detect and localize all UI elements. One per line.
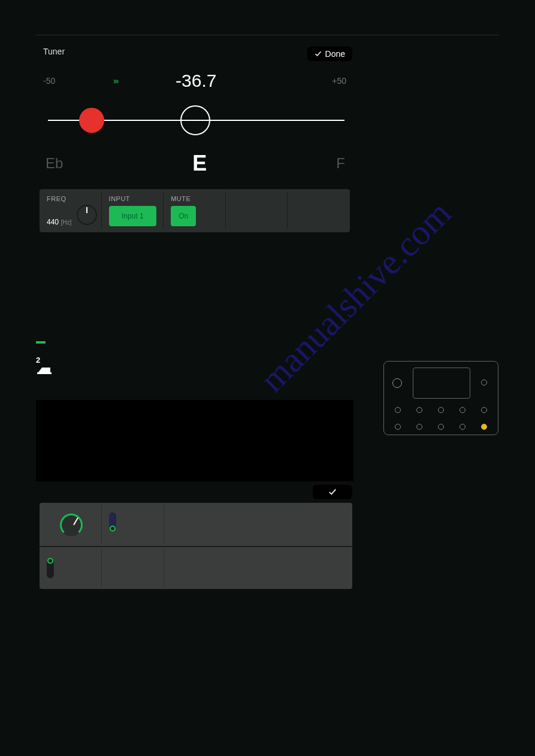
note-prev: Eb	[46, 155, 63, 172]
device-footswitch-10-active	[481, 424, 487, 430]
tuner-readout-row: -50 ››› -36.7 +50	[43, 71, 346, 91]
done-button[interactable]: Done	[307, 47, 352, 61]
svg-rect-0	[37, 372, 52, 374]
controls-panel: FREQ 440 [Hz] INPUT Input 1 MUTE On	[40, 189, 350, 232]
tuner-needle	[79, 108, 104, 133]
slider-icon[interactable]	[47, 559, 54, 578]
mute-button[interactable]: On	[171, 206, 196, 226]
device-main-knob	[392, 378, 402, 388]
device-footswitch-8	[438, 424, 444, 430]
cents-max: +50	[332, 76, 346, 86]
device-diagram	[383, 361, 498, 435]
slider-icon[interactable]	[109, 512, 116, 529]
tuner-center-marker	[180, 105, 210, 135]
footswitch-icon	[37, 364, 52, 375]
lower-empty-slot	[102, 547, 164, 589]
note-current: E	[192, 151, 207, 176]
step-number: 2	[36, 356, 40, 365]
input-control[interactable]: INPUT Input 1	[102, 189, 164, 232]
knob-icon[interactable]	[60, 514, 83, 536]
done-label: Done	[325, 49, 345, 59]
page-title: Tuner	[43, 47, 65, 56]
device-footswitch-3	[438, 407, 444, 413]
section-marker	[36, 341, 46, 344]
cents-min: -50	[43, 76, 55, 86]
lower-slider-slot-1[interactable]	[102, 503, 164, 546]
freq-control[interactable]: FREQ 440 [Hz]	[40, 189, 102, 232]
lower-controls-panel	[40, 503, 352, 589]
device-footswitch-2	[416, 407, 422, 413]
freq-knob-icon[interactable]	[77, 205, 97, 225]
input-button[interactable]: Input 1	[109, 206, 157, 226]
input-label: INPUT	[109, 195, 157, 202]
device-footswitch-1	[395, 407, 401, 413]
device-footswitch-4	[460, 407, 466, 413]
device-footswitch-5	[481, 407, 487, 413]
device-screen	[413, 368, 470, 399]
empty-slot-1	[226, 189, 288, 232]
device-footswitch-6	[395, 424, 401, 430]
freq-unit: [Hz]	[61, 219, 71, 226]
mute-control[interactable]: MUTE On	[164, 189, 226, 232]
device-footswitch-9	[460, 424, 466, 430]
freq-value: 440	[47, 218, 59, 226]
device-button	[481, 379, 487, 385]
divider	[36, 35, 499, 35]
mute-label: MUTE	[171, 195, 219, 202]
freq-label: FREQ	[47, 195, 95, 202]
check-icon	[328, 488, 337, 496]
lower-knob-slot[interactable]	[40, 503, 102, 546]
lower-screen	[36, 400, 353, 481]
empty-slot-2	[288, 189, 350, 232]
lower-done-button[interactable]	[313, 485, 352, 499]
device-footswitch-7	[416, 424, 422, 430]
note-row: Eb E F	[46, 151, 345, 176]
cents-value: -36.7	[176, 71, 216, 91]
note-next: F	[336, 155, 345, 172]
direction-indicator-icon: ›››	[113, 76, 118, 86]
lower-slider-slot-2[interactable]	[40, 547, 102, 589]
check-icon	[315, 50, 322, 57]
